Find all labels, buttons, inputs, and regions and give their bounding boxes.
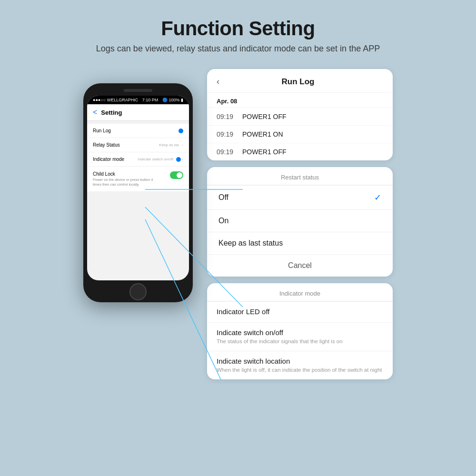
- relay-right: Keep as las ›: [159, 143, 183, 148]
- phone-relay-row[interactable]: Relay Status Keep as las ›: [87, 138, 189, 152]
- restart-option-on[interactable]: On: [207, 209, 393, 232]
- time-label: 7:10 PM: [142, 98, 159, 102]
- run-log-dot: [178, 129, 183, 133]
- indicator-led-off-title: Indicator LED off: [217, 307, 383, 316]
- log-event-2: POWER1 ON: [242, 130, 283, 138]
- battery-label: 🔵 100% ▮: [162, 98, 183, 102]
- childlock-label: Child Lock: [93, 171, 159, 177]
- indicator-right: Indicate switch on/off ›: [138, 157, 183, 162]
- restart-keep-label: Keep as last status: [218, 239, 283, 248]
- restart-on-label: On: [218, 217, 228, 225]
- phone-screen: ●●●○○ WELLGRAPHIC 7:10 PM 🔵 100% ▮ < Set…: [87, 96, 189, 280]
- indicator-value: Indicate switch on/off: [138, 157, 173, 161]
- page-subtitle: Logs can be viewed, relay status and ind…: [0, 44, 476, 54]
- phone-childlock-row[interactable]: Child Lock Power on the device or press …: [87, 167, 189, 192]
- phone-back-button[interactable]: <: [93, 108, 97, 117]
- run-log-entry-1: 09:19 POWER1 OFF: [207, 108, 393, 125]
- childlock-desc: Power on the device or press button 4 ti…: [93, 178, 159, 187]
- indicator-switch-onoff-title: Indicate switch on/off: [217, 328, 383, 337]
- indicator-switch-location-desc: When the light is off, it can indicate t…: [217, 366, 383, 374]
- childlock-col: Child Lock Power on the device or press …: [93, 171, 159, 187]
- restart-cancel-button[interactable]: Cancel: [207, 254, 393, 277]
- run-log-header: ‹ Run Log: [207, 69, 393, 93]
- log-time-2: 09:19: [217, 130, 235, 138]
- restart-off-label: Off: [218, 193, 228, 202]
- phone-indicator-row[interactable]: Indicator mode Indicate switch on/off ›: [87, 152, 189, 167]
- indicator-led-off-option[interactable]: Indicator LED off: [207, 301, 393, 322]
- run-log-label: Run Log: [93, 128, 111, 133]
- relay-value: Keep as las: [159, 143, 179, 147]
- indicator-mode-panel: Indicator mode Indicator LED off Indicat…: [207, 283, 393, 379]
- indicator-chevron-icon: ›: [182, 157, 183, 162]
- phone-settings-list: Run Log Relay Status Keep as las ›: [87, 124, 189, 192]
- phone-status-bar: ●●●○○ WELLGRAPHIC 7:10 PM 🔵 100% ▮: [87, 96, 189, 104]
- page-title: Function Setting: [0, 17, 476, 40]
- indicator-dot: [176, 157, 181, 162]
- phone-mockup: ●●●○○ WELLGRAPHIC 7:10 PM 🔵 100% ▮ < Set…: [83, 83, 193, 302]
- right-panels: ‹ Run Log Apr. 08 09:19 POWER1 OFF 09:19…: [207, 69, 393, 379]
- phone-home-button[interactable]: [129, 283, 147, 300]
- carrier-label: ●●●○○ WELLGRAPHIC: [93, 98, 138, 102]
- run-log-date: Apr. 08: [207, 93, 393, 108]
- indicator-switch-onoff-desc: The status of the indicator signals that…: [217, 337, 383, 345]
- run-log-right: [178, 129, 183, 133]
- indicator-switch-location-option[interactable]: Indicate switch location When the light …: [207, 351, 393, 379]
- run-log-back-button[interactable]: ‹: [217, 77, 219, 87]
- phone-screen-title: Setting: [101, 109, 122, 116]
- restart-option-off[interactable]: Off ✓: [207, 185, 393, 209]
- childlock-toggle[interactable]: [170, 171, 183, 179]
- log-time-1: 09:19: [217, 113, 235, 120]
- indicator-mode-title: Indicator mode: [207, 283, 393, 301]
- phone-navbar: < Setting: [87, 104, 189, 121]
- relay-label: Relay Status: [93, 142, 120, 148]
- log-time-3: 09:19: [217, 148, 235, 156]
- phone-run-log-row[interactable]: Run Log: [87, 124, 189, 138]
- restart-status-title: Restart status: [207, 167, 393, 185]
- main-area: ●●●○○ WELLGRAPHIC 7:10 PM 🔵 100% ▮ < Set…: [0, 69, 476, 379]
- indicator-switch-onoff-option[interactable]: Indicate switch on/off The status of the…: [207, 322, 393, 351]
- run-log-title: Run Log: [226, 77, 370, 87]
- phone-speaker: [124, 89, 152, 92]
- log-event-3: POWER1 OFF: [242, 148, 287, 156]
- phone-body: ●●●○○ WELLGRAPHIC 7:10 PM 🔵 100% ▮ < Set…: [83, 83, 193, 302]
- relay-chevron-icon: ›: [182, 143, 183, 148]
- indicator-label: Indicator mode: [93, 157, 124, 162]
- page-header: Function Setting Logs can be viewed, rel…: [0, 0, 476, 60]
- restart-off-check-icon: ✓: [374, 192, 381, 203]
- restart-option-keep[interactable]: Keep as last status: [207, 232, 393, 254]
- restart-status-panel: Restart status Off ✓ On Keep as last sta…: [207, 167, 393, 277]
- indicator-switch-location-title: Indicate switch location: [217, 357, 383, 365]
- run-log-entry-2: 09:19 POWER1 ON: [207, 125, 393, 143]
- log-event-1: POWER1 OFF: [242, 113, 287, 120]
- run-log-panel: ‹ Run Log Apr. 08 09:19 POWER1 OFF 09:19…: [207, 69, 393, 160]
- run-log-entry-3: 09:19 POWER1 OFF: [207, 143, 393, 160]
